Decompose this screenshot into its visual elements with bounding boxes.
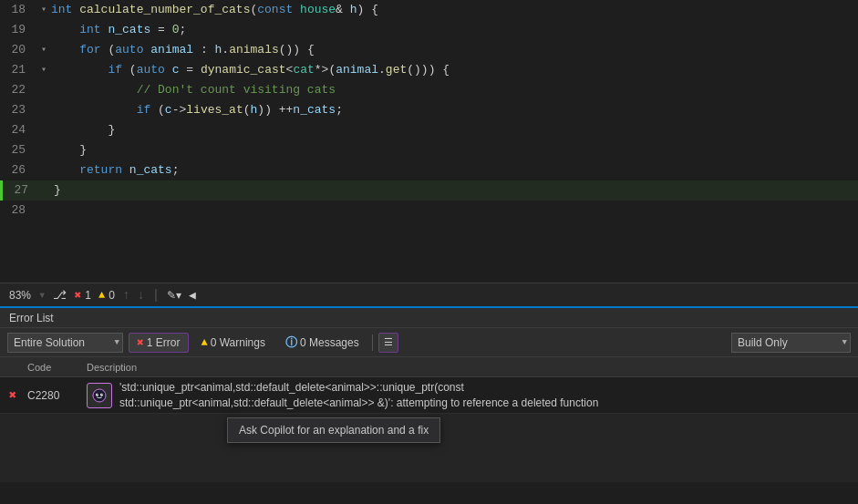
build-dropdown[interactable]: Build Only Build + IntelliSense (731, 333, 851, 353)
scope-dropdown[interactable]: Entire Solution Current Project Current … (7, 333, 123, 353)
line-content: } (51, 140, 858, 160)
error-row[interactable]: ✖ C2280 'std::unique_ptr<animal,std::def… (0, 377, 858, 414)
filter-button[interactable]: ☰ (378, 333, 398, 353)
line-number: 27 (3, 180, 39, 201)
separator-2: ↑ (122, 288, 129, 303)
line-number: 23 (0, 100, 36, 120)
code-line-26: 26 return n_cats; (0, 160, 858, 180)
row-description-cell: 'std::unique_ptr<animal,std::default_del… (81, 380, 854, 411)
code-line-22: 22 // Don't count visiting cats (0, 80, 858, 100)
format-icon[interactable]: ✎▾ (167, 289, 181, 302)
filter-icon: ☰ (384, 336, 393, 348)
error-table-header: Code Description (0, 357, 858, 377)
row-error-icon: ✖ (4, 387, 22, 403)
svg-point-2 (100, 393, 103, 396)
message-badge[interactable]: ⓘ 0 Messages (278, 333, 367, 353)
line-number: 20 (0, 40, 36, 60)
line-number: 25 (0, 140, 36, 160)
message-badge-icon: ⓘ (285, 334, 297, 351)
panel-toolbar: Entire Solution Current Project Current … (0, 328, 858, 357)
panel-title: Error List (9, 312, 54, 324)
separator-3: ↓ (137, 288, 144, 303)
error-count-status: 1 (85, 289, 91, 302)
row-code: C2280 (22, 389, 81, 402)
code-line-19: 19 int n_cats = 0; (0, 20, 858, 40)
toolbar-separator (372, 334, 373, 351)
line-content: int calculate_number_of_cats(const house… (51, 0, 858, 20)
scope-dropdown-wrapper[interactable]: Entire Solution Current Project Current … (7, 333, 123, 353)
code-line-27: 27} (0, 180, 858, 201)
panel-title-bar: Error List (0, 308, 858, 328)
message-badge-text: 0 Messages (300, 336, 359, 349)
warning-badge[interactable]: ▲ 0 Warnings (194, 333, 273, 353)
collapse-arrow-icon[interactable]: ▾ (41, 60, 47, 80)
line-number: 18 (0, 0, 36, 20)
line-content: for (auto animal : h.animals()) { (51, 40, 858, 60)
code-line-25: 25 } (0, 140, 858, 160)
line-indicator: ▾ (36, 0, 51, 20)
zoom-level: 83% (9, 289, 31, 302)
warning-count-status: 0 (109, 289, 115, 302)
line-content: if (auto c = dynamic_cast<cat*>(animal.g… (51, 60, 858, 80)
line-content: if (c->lives_at(h)) ++n_cats; (51, 100, 858, 120)
copilot-tooltip: Ask Copilot for an explanation and a fix (227, 417, 440, 443)
line-number: 26 (0, 160, 36, 180)
collapse-arrow-icon[interactable]: ▾ (41, 40, 47, 60)
line-content: // Don't count visiting cats (51, 80, 858, 100)
svg-point-0 (93, 389, 106, 402)
separator-1: ▾ (38, 287, 46, 303)
code-line-20: 20▾ for (auto animal : h.animals()) { (0, 40, 858, 60)
editor-statusbar: 83% ▾ ⎇ ✖ 1 ▲ 0 ↑ ↓ | ✎▾ ◀ (0, 283, 858, 306)
code-line-18: 18▾int calculate_number_of_cats(const ho… (0, 0, 858, 20)
separator-4: | (152, 288, 160, 303)
line-content: return n_cats; (51, 160, 858, 180)
code-line-21: 21▾ if (auto c = dynamic_cast<cat*>(anim… (0, 60, 858, 80)
copilot-svg-icon (91, 387, 108, 404)
copilot-icon-button[interactable] (87, 383, 112, 408)
code-editor: 18▾int calculate_number_of_cats(const ho… (0, 0, 858, 283)
line-number: 28 (0, 201, 36, 221)
code-line-24: 24 } (0, 120, 858, 140)
th-description: Description (81, 362, 854, 373)
line-number: 19 (0, 20, 36, 40)
error-badge-text: 1 Error (147, 336, 181, 349)
left-arrow-icon[interactable]: ◀ (189, 288, 196, 303)
error-badge[interactable]: ✖ 1 Error (129, 333, 189, 353)
svg-point-3 (97, 393, 98, 394)
line-indicator: ▾ (36, 60, 51, 80)
line-content: } (54, 180, 858, 201)
svg-point-1 (96, 393, 98, 396)
build-dropdown-wrapper[interactable]: Build Only Build + IntelliSense ▼ (731, 333, 851, 353)
line-indicator: ▾ (36, 40, 51, 60)
warning-icon-status: ▲ (98, 289, 105, 302)
code-line-23: 23 if (c->lives_at(h)) ++n_cats; (0, 100, 858, 120)
git-branch-icon: ⎇ (53, 288, 67, 303)
error-panel: Error List Entire Solution Current Proje… (0, 306, 858, 482)
collapse-arrow-icon[interactable]: ▾ (41, 0, 47, 20)
line-number: 21 (0, 60, 36, 80)
line-content: int n_cats = 0; (51, 20, 858, 40)
error-icon-status: ✖ (74, 288, 81, 303)
line-content: } (51, 120, 858, 140)
warning-badge-icon: ▲ (202, 336, 208, 349)
line-number: 22 (0, 80, 36, 100)
line-number: 24 (0, 120, 36, 140)
th-code: Code (22, 362, 81, 373)
row-description-text: 'std::unique_ptr<animal,std::default_del… (119, 380, 598, 411)
warning-badge-text: 0 Warnings (211, 336, 265, 349)
code-line-28: 28 (0, 201, 858, 221)
svg-point-4 (101, 393, 102, 394)
error-badge-icon: ✖ (137, 335, 144, 350)
